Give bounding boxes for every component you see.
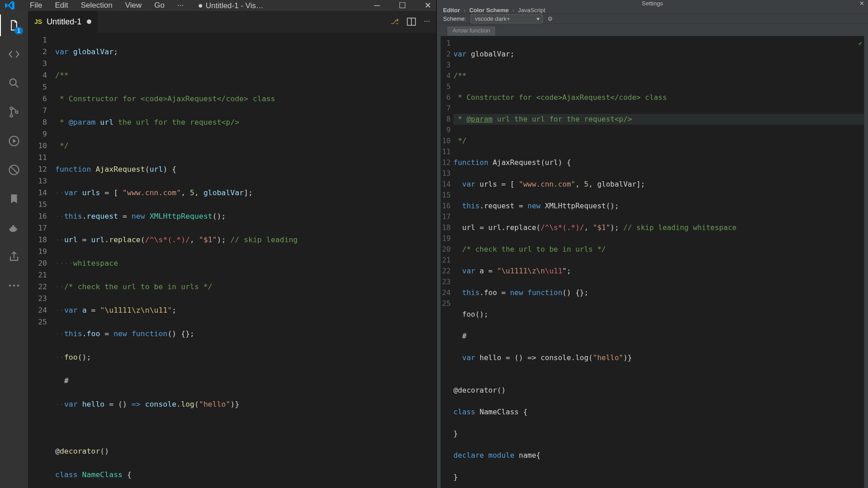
svg-point-6 — [9, 285, 11, 286]
explorer-badge: 1 — [14, 27, 23, 34]
tab-title: Untitled-1 — [47, 17, 81, 27]
menu-go[interactable]: Go — [148, 1, 171, 10]
bookmark-icon[interactable] — [7, 192, 21, 206]
debug-icon[interactable] — [7, 163, 21, 177]
preview-code[interactable]: var globalVar; /** * Constructor for <co… — [453, 36, 864, 488]
scheme-row: Scheme: vscode dark+ ⚙ — [437, 14, 868, 24]
menu-view[interactable]: View — [119, 1, 148, 10]
preview-gutter: 1234567891011121314151617181920212223242… — [441, 36, 453, 488]
svg-point-8 — [17, 285, 19, 286]
svg-point-7 — [13, 285, 15, 286]
settings-window: Settings ✕ Editor › Color Scheme › JavaS… — [436, 0, 868, 488]
svg-point-1 — [10, 107, 12, 109]
gear-icon[interactable]: ⚙ — [547, 15, 553, 22]
svg-point-3 — [15, 111, 18, 113]
search-icon[interactable] — [7, 76, 21, 90]
breadcrumb-item[interactable]: Editor — [443, 7, 460, 14]
menu-more[interactable]: ··· — [171, 1, 190, 10]
code-content: var globalVar; /** * Constructor for <co… — [55, 33, 436, 488]
menu-file[interactable]: File — [24, 1, 48, 10]
check-icon: ✔ — [859, 38, 862, 49]
dirty-indicator-icon — [87, 19, 91, 24]
activity-bar: 1 — [0, 11, 28, 488]
open-editors-icon[interactable] — [7, 47, 21, 61]
run-icon[interactable] — [7, 134, 21, 148]
vscode-logo-icon — [5, 0, 15, 11]
split-editor-icon[interactable] — [407, 17, 416, 26]
minimize-button[interactable]: ─ — [373, 1, 381, 9]
maximize-button[interactable]: ☐ — [398, 1, 406, 9]
breadcrumb-item[interactable]: Color Scheme — [469, 7, 509, 14]
close-button[interactable]: ✕ — [424, 1, 432, 9]
scheme-select[interactable]: vscode dark+ — [471, 14, 543, 23]
color-preview: ✔ 12345678910111213141516171819202122232… — [440, 36, 864, 488]
line-gutter: 1234567891011121314151617181920212223242… — [28, 33, 55, 488]
settings-title: Settings — [642, 0, 663, 7]
vscode-window: File Edit Selection View Go ··· ●Untitle… — [0, 0, 436, 488]
explorer-icon[interactable]: 1 — [7, 18, 21, 33]
svg-point-2 — [10, 114, 12, 117]
share-icon[interactable] — [7, 249, 21, 264]
source-control-icon[interactable] — [7, 105, 21, 119]
vscode-titlebar: File Edit Selection View Go ··· ●Untitle… — [0, 0, 436, 11]
close-icon[interactable]: ✕ — [859, 0, 864, 7]
more-icon[interactable] — [7, 278, 21, 293]
code-editor[interactable]: 1234567891011121314151617181920212223242… — [28, 33, 436, 488]
menu-edit[interactable]: Edit — [48, 1, 74, 10]
settings-titlebar: Settings ✕ — [437, 0, 868, 7]
preview-tabs: Arrow function — [437, 24, 868, 36]
svg-point-0 — [10, 79, 16, 85]
tab-bar: JS Untitled-1 ⎇ ··· — [28, 11, 436, 33]
editor-tab[interactable]: JS Untitled-1 — [28, 11, 98, 33]
tab-arrow-function[interactable]: Arrow function — [447, 26, 496, 36]
breadcrumb: Editor › Color Scheme › JavaScript — [437, 7, 868, 14]
scheme-label: Scheme: — [443, 15, 466, 22]
breadcrumb-item: JavaScript — [518, 7, 546, 14]
window-title: ●Untitled-1 - Vis… — [198, 1, 264, 10]
open-changes-icon[interactable]: ⎇ — [391, 17, 399, 26]
js-file-icon: JS — [34, 18, 42, 25]
menu-selection[interactable]: Selection — [75, 1, 119, 10]
docker-icon[interactable] — [7, 221, 21, 235]
more-actions-icon[interactable]: ··· — [424, 17, 430, 26]
